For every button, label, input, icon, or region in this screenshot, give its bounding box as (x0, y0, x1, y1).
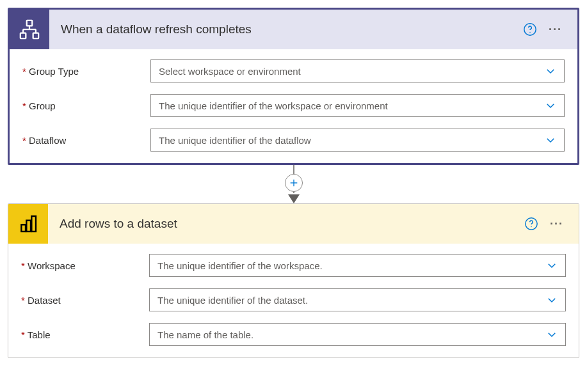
dropdown-group-type[interactable]: Select workspace or environment (150, 59, 565, 82)
form-row-group: Group The unique identifier of the works… (22, 94, 565, 117)
dropdown-group[interactable]: The unique identifier of the workspace o… (150, 94, 565, 117)
label-group-type: Group Type (22, 66, 150, 77)
chevron-down-icon (546, 329, 558, 340)
form-row-table: Table The name of the table. (21, 323, 566, 346)
arrow-down-icon (288, 194, 300, 203)
svg-rect-2 (33, 33, 39, 39)
dropdown-placeholder: The unique identifier of the dataset. (157, 295, 308, 306)
add-step-button[interactable] (285, 174, 303, 192)
dropdown-dataflow[interactable]: The unique identifier of the dataflow (150, 129, 565, 152)
more-menu-button[interactable]: ··· (549, 24, 562, 35)
flow-container: When a dataflow refresh completes ··· Gr… (8, 8, 579, 358)
svg-rect-11 (21, 224, 26, 231)
help-icon[interactable] (523, 22, 537, 36)
dataflow-icon (10, 10, 49, 49)
trigger-card: When a dataflow refresh completes ··· Gr… (8, 8, 579, 165)
trigger-header-actions: ··· (523, 22, 577, 36)
form-row-workspace: Workspace The unique identifier of the w… (21, 254, 566, 277)
connector (8, 165, 579, 203)
svg-rect-0 (27, 20, 33, 26)
label-workspace: Workspace (21, 260, 149, 271)
chevron-down-icon (545, 100, 556, 111)
action-header[interactable]: Add rows to a dataset ··· (8, 204, 579, 244)
dropdown-placeholder: The unique identifier of the workspace o… (159, 100, 388, 111)
chevron-down-icon (545, 134, 556, 146)
action-card: Add rows to a dataset ··· Workspace The … (8, 203, 579, 358)
trigger-title: When a dataflow refresh completes (49, 22, 523, 36)
dropdown-workspace[interactable]: The unique identifier of the workspace. (149, 254, 566, 277)
svg-point-8 (529, 32, 530, 33)
dropdown-placeholder: Select workspace or environment (159, 66, 301, 77)
label-table: Table (21, 329, 149, 340)
dataset-icon (8, 204, 48, 244)
dropdown-placeholder: The unique identifier of the dataflow (159, 135, 311, 146)
svg-rect-12 (26, 221, 31, 231)
chevron-down-icon (546, 294, 558, 306)
more-menu-button[interactable]: ··· (550, 218, 563, 230)
trigger-header[interactable]: When a dataflow refresh completes ··· (10, 10, 577, 49)
dropdown-placeholder: The name of the table. (157, 329, 253, 340)
chevron-down-icon (546, 260, 558, 271)
svg-rect-13 (31, 216, 36, 231)
action-title: Add rows to a dataset (48, 217, 524, 231)
dropdown-table[interactable]: The name of the table. (149, 323, 566, 346)
label-group: Group (22, 100, 150, 111)
dropdown-dataset[interactable]: The unique identifier of the dataset. (149, 288, 566, 311)
form-row-dataflow: Dataflow The unique identifier of the da… (22, 129, 565, 152)
help-icon[interactable] (524, 217, 538, 231)
chevron-down-icon (545, 65, 556, 77)
label-dataset: Dataset (21, 295, 149, 306)
form-row-dataset: Dataset The unique identifier of the dat… (21, 288, 566, 311)
action-header-actions: ··· (524, 217, 579, 231)
trigger-body: Group Type Select workspace or environme… (10, 49, 577, 163)
svg-point-15 (531, 226, 531, 227)
label-dataflow: Dataflow (22, 135, 150, 146)
dropdown-placeholder: The unique identifier of the workspace. (157, 260, 323, 271)
svg-rect-1 (20, 33, 26, 39)
action-body: Workspace The unique identifier of the w… (8, 244, 579, 357)
form-row-group-type: Group Type Select workspace or environme… (22, 59, 565, 82)
